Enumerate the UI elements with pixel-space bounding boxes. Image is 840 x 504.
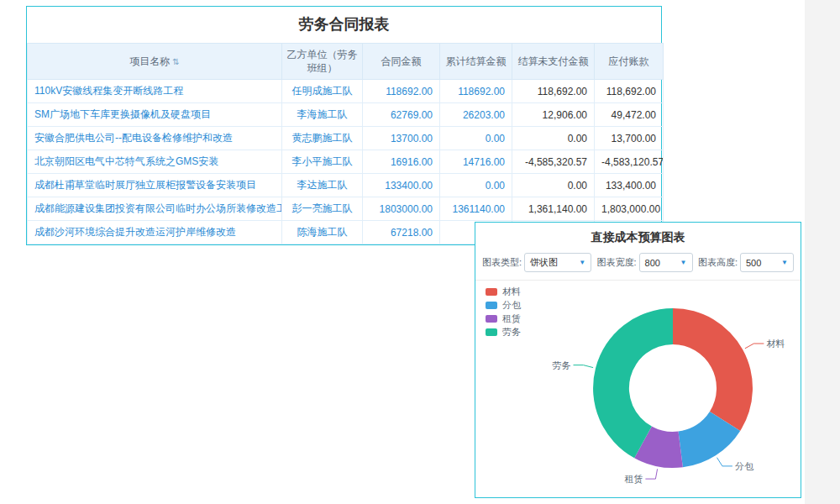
chart-controls: 图表类型: 饼状图 ▼ 图表宽度: 800 ▼ 图表高度: 500 ▼ xyxy=(475,251,801,281)
pie-slice-label: 租赁 xyxy=(624,474,643,484)
chart-type-label: 图表类型: xyxy=(482,256,522,269)
contract-amount: 67218.00 xyxy=(363,221,440,244)
contract-amount: 13700.00 xyxy=(363,127,440,150)
legend-label: 租赁 xyxy=(502,312,521,325)
pie-slice-label: 材料 xyxy=(766,339,785,349)
pie-label-line xyxy=(645,469,657,479)
chart-width-label: 图表宽度: xyxy=(596,256,636,269)
chart-width-value: 800 xyxy=(645,258,660,268)
settled-amount: 26203.00 xyxy=(440,103,512,127)
pie-slice-材料[interactable] xyxy=(673,308,753,431)
unpaid-amount: 1,361,140.00 xyxy=(512,197,595,221)
col-header-unpaid-amount: 结算未支付金额 xyxy=(512,44,595,80)
project-name-link[interactable]: 成都杜甫草堂临时展厅独立展柜报警设备安装项目 xyxy=(28,174,282,197)
chart-type-control: 图表类型: 饼状图 ▼ xyxy=(482,253,591,272)
legend-item-材料[interactable]: 材料 xyxy=(486,285,521,298)
pie-slice-label: 分包 xyxy=(735,461,754,471)
col-header-project-name: 项目名称⇅ xyxy=(28,44,282,80)
payable-amount: 49,472.00 xyxy=(595,103,664,127)
payable-amount: 13,700.00 xyxy=(595,127,664,150)
contract-amount: 62769.00 xyxy=(363,103,440,127)
chart-width-select[interactable]: 800 ▼ xyxy=(639,253,693,272)
chart-width-control: 图表宽度: 800 ▼ xyxy=(596,253,692,272)
table-row: 安徽合肥供电公司--配电设备检修维护和改造 黄志鹏施工队 13700.00 0.… xyxy=(28,127,664,150)
table-row: SM广场地下车库更换摄像机及硬盘项目 李海施工队 62769.00 26203.… xyxy=(28,103,664,127)
unit-link[interactable]: 黄志鹏施工队 xyxy=(282,127,363,150)
col-header-settled-amount: 累计结算金额 xyxy=(440,44,512,80)
legend-swatch xyxy=(486,302,497,309)
pie-label-line xyxy=(745,344,764,349)
project-name-link[interactable]: 北京朝阳区电气中芯特气系统之GMS安装 xyxy=(28,150,282,174)
payable-amount: 118,692.00 xyxy=(595,80,664,103)
unpaid-amount: 0.00 xyxy=(512,127,595,150)
legend-swatch xyxy=(486,288,497,296)
pie-chart-area: 材料分包租赁劳务 材料分包租赁劳务 xyxy=(475,281,801,496)
payable-amount: -4,583,120.57 xyxy=(595,150,664,174)
table-row: 成都杜甫草堂临时展厅独立展柜报警设备安装项目 李达施工队 133400.00 0… xyxy=(28,174,664,197)
table-row: 北京朝阳区电气中芯特气系统之GMS安装 李小平施工队 16916.00 1471… xyxy=(28,150,664,174)
settled-amount: 0.00 xyxy=(440,127,512,150)
unit-link[interactable]: 李海施工队 xyxy=(282,103,363,127)
project-name-link[interactable]: 成都能源建设集团投资有限公司临时办公场所装修改造工程EPC xyxy=(28,197,282,221)
table-header-row: 项目名称⇅ 乙方单位（劳务班组） 合同金额 累计结算金额 结算未支付金额 应付账… xyxy=(28,44,664,80)
project-name-link[interactable]: 安徽合肥供电公司--配电设备检修维护和改造 xyxy=(28,127,282,150)
legend-item-劳务[interactable]: 劳务 xyxy=(486,325,521,339)
contract-amount: 118692.00 xyxy=(363,80,440,103)
legend-swatch xyxy=(486,328,497,336)
project-name-link[interactable]: 110kV安徽线程集变开断线路工程 xyxy=(28,80,282,103)
contract-amount: 1803000.00 xyxy=(363,197,440,221)
legend-label: 材料 xyxy=(502,286,521,298)
labor-contract-report-panel: 劳务合同报表 项目名称⇅ 乙方单位（劳务班组） 合同金额 累计结算金额 结算未支… xyxy=(26,6,662,245)
unpaid-amount: 12,906.00 xyxy=(512,103,595,127)
direct-cost-chart-panel: 直接成本预算图表 图表类型: 饼状图 ▼ 图表宽度: 800 ▼ 图表高度: 5… xyxy=(475,222,801,498)
chevron-down-icon: ▼ xyxy=(680,259,687,266)
settled-amount: 118692.00 xyxy=(440,80,512,103)
chevron-down-icon: ▼ xyxy=(579,259,585,266)
legend-swatch xyxy=(486,315,497,323)
col-header-party-b-unit: 乙方单位（劳务班组） xyxy=(282,44,363,80)
chart-title: 直接成本预算图表 xyxy=(475,223,801,251)
unit-link[interactable]: 李小平施工队 xyxy=(282,150,363,174)
page-gutter xyxy=(805,0,840,504)
pie-slice-label: 劳务 xyxy=(553,360,571,370)
legend-item-租赁[interactable]: 租赁 xyxy=(486,312,521,325)
settled-amount: 14716.00 xyxy=(440,150,512,174)
chart-height-control: 图表高度: 500 ▼ xyxy=(698,253,794,272)
unit-link[interactable]: 陈海施工队 xyxy=(282,221,363,244)
contract-amount: 133400.00 xyxy=(363,174,440,197)
legend-item-分包[interactable]: 分包 xyxy=(486,298,521,312)
pie-label-line xyxy=(717,458,732,466)
chart-legend: 材料分包租赁劳务 xyxy=(486,285,521,339)
report-title: 劳务合同报表 xyxy=(27,7,661,43)
unpaid-amount: 0.00 xyxy=(512,174,595,197)
payable-amount: 133,400.00 xyxy=(595,174,664,197)
col-header-contract-amount: 合同金额 xyxy=(363,44,440,80)
settled-amount: 1361140.00 xyxy=(440,197,512,221)
col-header-label: 项目名称 xyxy=(129,55,170,67)
contract-amount: 16916.00 xyxy=(363,150,440,174)
table-row: 110kV安徽线程集变开断线路工程 任明成施工队 118692.00 11869… xyxy=(28,80,664,103)
legend-label: 分包 xyxy=(502,299,521,312)
settled-amount: 0.00 xyxy=(440,174,512,197)
unit-link[interactable]: 彭一亮施工队 xyxy=(282,197,363,221)
chart-type-value: 饼状图 xyxy=(530,256,558,269)
project-name-link[interactable]: 成都沙河环境综合提升改造运河护岸维修改造 xyxy=(28,221,282,244)
unit-link[interactable]: 任明成施工队 xyxy=(282,80,363,103)
payable-amount: 1,803,000.00 xyxy=(595,197,664,221)
table-row: 成都能源建设集团投资有限公司临时办公场所装修改造工程EPC 彭一亮施工队 180… xyxy=(28,197,664,221)
unpaid-amount: -4,585,320.57 xyxy=(512,150,595,174)
chart-height-select[interactable]: 500 ▼ xyxy=(740,253,794,272)
col-header-payable: 应付账款 xyxy=(595,44,664,80)
chart-height-value: 500 xyxy=(746,258,761,268)
chart-height-label: 图表高度: xyxy=(698,256,738,269)
pie-label-line xyxy=(574,365,594,368)
labor-contract-table: 项目名称⇅ 乙方单位（劳务班组） 合同金额 累计结算金额 结算未支付金额 应付账… xyxy=(27,43,664,244)
unit-link[interactable]: 李达施工队 xyxy=(282,174,363,197)
legend-label: 劳务 xyxy=(502,326,521,339)
donut-chart: 材料分包租赁劳务 xyxy=(475,281,801,496)
unpaid-amount: 118,692.00 xyxy=(512,80,595,103)
sort-icon[interactable]: ⇅ xyxy=(172,57,179,66)
project-name-link[interactable]: SM广场地下车库更换摄像机及硬盘项目 xyxy=(28,103,282,127)
chart-type-select[interactable]: 饼状图 ▼ xyxy=(524,253,591,272)
chevron-down-icon: ▼ xyxy=(781,259,788,266)
